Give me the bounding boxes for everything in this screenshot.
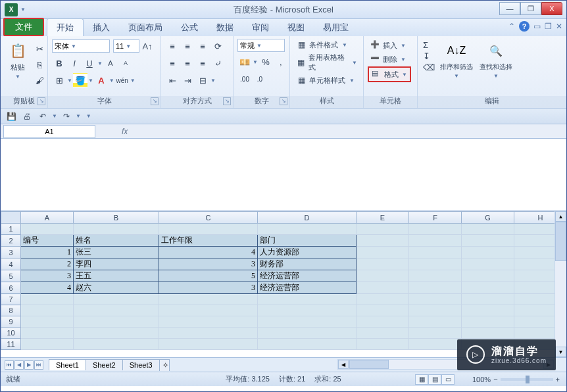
font-launcher-icon[interactable]: ↘ (151, 97, 159, 105)
align-middle-icon[interactable]: ≡ (180, 39, 195, 53)
select-all-corner[interactable] (1, 212, 21, 224)
cell-styles-button[interactable]: ▦单元格样式▼ (294, 74, 359, 86)
number-launcher-icon[interactable]: ↘ (280, 97, 287, 105)
cell-C2[interactable]: 工作年限 (159, 235, 258, 247)
sort-filter-button[interactable]: A↓Z 排序和筛选 ▼ (437, 39, 476, 80)
col-header-A[interactable]: A (21, 212, 74, 224)
save-button[interactable]: 💾 (5, 110, 18, 122)
minimize-button[interactable]: — (499, 2, 520, 15)
zoom-level[interactable]: 100% (472, 376, 491, 383)
sheet-nav-first-icon[interactable]: ⏮ (5, 360, 14, 370)
col-header-G[interactable]: G (462, 212, 514, 224)
format-cells-button[interactable]: ▤格式▼ (368, 66, 411, 82)
align-bottom-icon[interactable]: ≡ (195, 39, 210, 53)
cell-D6[interactable]: 经济运营部 (258, 282, 357, 294)
undo-button[interactable]: ↶ (36, 110, 49, 122)
cell-D5[interactable]: 经济运营部 (258, 270, 357, 282)
conditional-formatting-button[interactable]: ▦条件格式▼ (294, 39, 359, 51)
cell-D3[interactable]: 人力资源部 (258, 247, 357, 258)
workbook-close-icon[interactable]: ✕ (556, 22, 562, 31)
shrink-font-icon[interactable]: A (103, 56, 118, 70)
row-header-7[interactable]: 7 (1, 294, 21, 305)
cell-C6[interactable]: 3 (159, 282, 258, 294)
align-right-icon[interactable]: ≡ (195, 56, 210, 70)
sheet-nav-next-icon[interactable]: ▶ (24, 360, 34, 370)
print-button[interactable]: 🖨 (20, 110, 34, 122)
paste-button[interactable]: 📋 粘贴 ▼ (5, 39, 31, 81)
row-header-2[interactable]: 2 (1, 235, 21, 247)
sheet-nav-prev-icon[interactable]: ◀ (14, 360, 24, 370)
sheet-tab-3[interactable]: Sheet3 (122, 359, 160, 370)
cell-C3[interactable]: 4 (159, 247, 258, 258)
cell-C5[interactable]: 5 (159, 270, 258, 282)
cell-A5[interactable]: 3 (21, 270, 74, 282)
wrap-text-icon[interactable]: ⤶ (210, 56, 225, 70)
grow-font-icon[interactable]: A↑ (140, 39, 155, 53)
workbook-max-icon[interactable]: ❐ (545, 22, 552, 31)
redo-button[interactable]: ↷ (60, 110, 73, 122)
cell-B4[interactable]: 李四 (74, 258, 159, 270)
cell-B3[interactable]: 张三 (74, 247, 159, 258)
hscroll-thumb[interactable] (349, 360, 389, 369)
underline-button[interactable]: U (82, 56, 97, 70)
border-button[interactable]: ⊞ (52, 73, 66, 87)
close-button[interactable]: X (541, 2, 562, 15)
cell-A6[interactable]: 4 (21, 282, 74, 294)
copy-button[interactable]: ⎘ (32, 57, 47, 72)
phonetic-button[interactable]: wén (115, 73, 130, 87)
cell-D4[interactable]: 财务部 (258, 258, 357, 270)
scroll-up-icon[interactable]: ▲ (555, 211, 566, 222)
row-header-3[interactable]: 3 (1, 247, 21, 258)
find-select-button[interactable]: 🔍 查找和选择 ▼ (477, 39, 515, 80)
row-header-1[interactable]: 1 (1, 224, 21, 235)
align-center-icon[interactable]: ≡ (180, 56, 195, 70)
excel-icon[interactable]: X (5, 3, 18, 16)
delete-cells-button[interactable]: ➖删除▼ (368, 53, 411, 66)
vscroll-thumb[interactable] (555, 222, 566, 261)
number-format-combo[interactable]: 常规▼ (237, 39, 285, 52)
maximize-button[interactable]: ❐ (520, 2, 541, 15)
font-size-combo[interactable]: 11▼ (113, 39, 139, 53)
fill-button[interactable]: ↧ (423, 51, 435, 61)
cell-A3[interactable]: 1 (21, 247, 74, 258)
cell-A2[interactable]: 编号 (21, 235, 74, 247)
cell-A4[interactable]: 2 (21, 258, 74, 270)
vertical-scrollbar[interactable]: ▲ ▼ (555, 211, 566, 357)
insert-cells-button[interactable]: ➕插入▼ (368, 39, 411, 52)
view-normal-icon[interactable]: ▦ (415, 374, 428, 385)
row-header-9[interactable]: 9 (1, 316, 21, 328)
font-color-button[interactable]: A (94, 73, 109, 87)
align-launcher-icon[interactable]: ↘ (223, 97, 231, 105)
workbook-min-icon[interactable]: ▭ (533, 22, 541, 31)
cell-D2[interactable]: 部门 (258, 235, 357, 247)
merge-center-icon[interactable]: ⊟ (195, 73, 210, 87)
align-left-icon[interactable]: ≡ (165, 56, 180, 70)
row-header-6[interactable]: 6 (1, 282, 21, 294)
comma-icon[interactable]: , (274, 55, 288, 69)
fill-color-button[interactable]: 🪣 (73, 73, 87, 87)
autosum-button[interactable]: Σ (423, 40, 435, 50)
row-header-8[interactable]: 8 (1, 305, 21, 316)
increase-indent-icon[interactable]: ⇥ (180, 73, 195, 87)
sheet-tab-2[interactable]: Sheet2 (86, 359, 123, 370)
decrease-decimal-icon[interactable]: .0 (253, 72, 267, 86)
qat-dropdown-icon[interactable]: ▼ (20, 7, 26, 12)
col-header-F[interactable]: F (409, 212, 462, 224)
format-painter-button[interactable]: 🖌 (32, 73, 47, 87)
tab-review[interactable]: 审阅 (243, 19, 278, 36)
cell-B6[interactable]: 赵六 (74, 282, 159, 294)
italic-button[interactable]: I (67, 56, 82, 70)
zoom-slider[interactable] (501, 378, 553, 381)
help-icon[interactable]: ? (519, 21, 530, 32)
row-header-5[interactable]: 5 (1, 270, 21, 282)
row-header-4[interactable]: 4 (1, 258, 21, 270)
clipboard-launcher-icon[interactable]: ↘ (37, 97, 45, 105)
row-header-11[interactable]: 11 (1, 339, 21, 350)
decrease-indent-icon[interactable]: ⇤ (165, 73, 180, 87)
cell-C4[interactable]: 3 (159, 258, 258, 270)
col-header-D[interactable]: D (258, 212, 357, 224)
clear-button[interactable]: ⌫ (423, 62, 435, 72)
tab-insert[interactable]: 插入 (84, 19, 119, 36)
row-header-10[interactable]: 10 (1, 328, 21, 339)
currency-icon[interactable]: 💴 (237, 55, 252, 69)
